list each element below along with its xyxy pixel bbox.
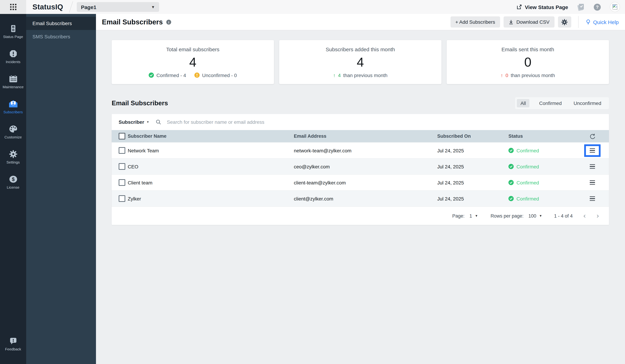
lightbulb-icon bbox=[585, 19, 591, 25]
user-avatar[interactable] bbox=[610, 2, 620, 12]
sidebar-item-subscribers[interactable]: Subscribers bbox=[0, 94, 26, 119]
warning-circle-icon bbox=[194, 73, 200, 78]
row-checkbox[interactable] bbox=[119, 195, 125, 202]
stat-card-total: Total email subscribers 4 Confirmed - 4 bbox=[112, 40, 274, 84]
download-csv-button[interactable]: Download CSV bbox=[503, 16, 554, 28]
pages-check-icon bbox=[576, 3, 585, 11]
status-filter-tabs: All Confirmed Unconfirmed bbox=[515, 97, 609, 109]
subscriber-email: network-team@zylker.com bbox=[294, 148, 437, 153]
total-subscribers-value: 4 bbox=[189, 55, 196, 70]
filter-tab-unconfirmed[interactable]: Unconfirmed bbox=[571, 99, 603, 107]
subscribed-on: Jul 24, 2025 bbox=[437, 148, 508, 153]
topbar: StatusIQ Page1 ▼ View Status Page bbox=[0, 0, 625, 14]
check-circle-icon bbox=[508, 148, 514, 153]
quick-help-link[interactable]: Quick Help bbox=[578, 16, 619, 28]
row-checkbox[interactable] bbox=[119, 147, 125, 154]
subnav-item-sms-subscribers[interactable]: SMS Subscribers bbox=[26, 30, 96, 43]
sidebar-item-license[interactable]: $ License bbox=[0, 169, 26, 195]
svg-text:?: ? bbox=[596, 4, 599, 10]
settings-gear-icon bbox=[9, 150, 17, 158]
row-checkbox[interactable] bbox=[119, 179, 125, 186]
row-menu-button[interactable] bbox=[584, 144, 601, 157]
content-area: Total email subscribers 4 Confirmed - 4 bbox=[96, 30, 625, 364]
chevron-down-icon: ▼ bbox=[539, 214, 542, 217]
table-row[interactable]: CEO ceo@zylker.com Jul 24, 2025 Confirme… bbox=[112, 158, 609, 174]
select-all-checkbox[interactable] bbox=[119, 133, 125, 140]
previous-page-button[interactable]: ‹ bbox=[583, 212, 586, 219]
status-page-icon bbox=[9, 24, 17, 33]
maintenance-calendar-icon bbox=[8, 74, 18, 83]
table-row[interactable]: Network Team network-team@zylker.com Jul… bbox=[112, 142, 609, 158]
table-row[interactable]: Zylker client@zylker.com Jul 24, 2025 Co… bbox=[112, 190, 609, 206]
page-title: Email Subscribers bbox=[102, 18, 163, 26]
search-field-dropdown[interactable]: Subscriber ▾ bbox=[119, 119, 149, 125]
refresh-button[interactable] bbox=[576, 133, 609, 139]
up-arrow-icon: ↑ bbox=[500, 72, 503, 78]
page-selector-dropdown[interactable]: Page1 ▼ bbox=[77, 2, 159, 12]
view-status-page-link[interactable]: View Status Page bbox=[516, 4, 568, 10]
sidebar-item-status-page[interactable]: Status Page bbox=[0, 19, 26, 44]
subscriber-name: Client team bbox=[128, 180, 294, 185]
subscriber-name: CEO bbox=[128, 164, 294, 169]
sidebar-item-settings[interactable]: Settings bbox=[0, 144, 26, 169]
page-number-dropdown[interactable]: 1 ▼ bbox=[469, 213, 478, 219]
stat-card-emails-sent: Emails sent this month 0 ↑ 0 than previo… bbox=[447, 40, 609, 84]
statusiq-app: StatusIQ Page1 ▼ View Status Page bbox=[0, 0, 625, 364]
whats-new-button[interactable] bbox=[576, 3, 585, 11]
status-badge: Confirmed bbox=[508, 196, 576, 201]
search-input[interactable] bbox=[166, 119, 602, 125]
download-icon bbox=[508, 19, 513, 25]
row-menu-button[interactable] bbox=[587, 194, 598, 203]
row-menu-button[interactable] bbox=[587, 162, 598, 171]
status-badge: Confirmed bbox=[508, 148, 576, 153]
subscribers-envelope-icon bbox=[8, 100, 18, 108]
brand-divider bbox=[69, 1, 73, 13]
refresh-icon bbox=[589, 133, 595, 139]
topbar-right: View Status Page ? bbox=[516, 2, 625, 12]
unconfirmed-count: Unconfirmed - 0 bbox=[194, 72, 237, 78]
gear-icon bbox=[561, 19, 568, 25]
main-panel: Email Subscribers i + Add Subscribers bbox=[96, 14, 625, 364]
check-circle-icon bbox=[149, 73, 154, 78]
help-button[interactable]: ? bbox=[593, 3, 601, 11]
up-arrow-icon: ↑ bbox=[333, 72, 336, 78]
next-page-button[interactable]: › bbox=[596, 212, 599, 219]
pagination-range: 1 - 4 of 4 bbox=[554, 213, 573, 219]
apps-grid-icon bbox=[10, 4, 16, 10]
table-row[interactable]: Client team client-team@zylker.com Jul 2… bbox=[112, 174, 609, 190]
row-checkbox[interactable] bbox=[119, 163, 125, 170]
license-dollar-icon: $ bbox=[8, 175, 18, 183]
rows-per-page-label: Rows per page: bbox=[491, 213, 524, 219]
subscriber-email: ceo@zylker.com bbox=[294, 164, 437, 169]
rows-per-page-dropdown[interactable]: 100 ▼ bbox=[529, 213, 542, 219]
subscribed-on: Jul 24, 2025 bbox=[437, 196, 508, 201]
table-settings-button[interactable] bbox=[558, 16, 571, 28]
check-circle-icon bbox=[508, 164, 514, 169]
sidebar-item-feedback[interactable]: Feedback bbox=[0, 331, 26, 356]
secondary-sidebar: Email Subscribers SMS Subscribers bbox=[26, 14, 96, 364]
subscriber-name: Zylker bbox=[128, 196, 294, 201]
search-icon bbox=[156, 119, 161, 125]
apps-grid-button[interactable] bbox=[0, 0, 26, 14]
pagination-bar: Page: 1 ▼ Rows per page: 100 ▼ 1 - 4 of … bbox=[112, 206, 609, 225]
stat-card-added-month: Subscribers added this month 4 ↑ 4 than … bbox=[279, 40, 441, 84]
row-menu-button[interactable] bbox=[587, 178, 598, 187]
table-header-row: Subscriber Name Email Address Subscribed… bbox=[112, 130, 609, 142]
info-icon[interactable]: i bbox=[166, 19, 171, 25]
filter-tab-all[interactable]: All bbox=[517, 99, 529, 107]
svg-text:$: $ bbox=[12, 176, 14, 182]
sidebar-item-customize[interactable]: Customize bbox=[0, 119, 26, 144]
chevron-down-icon: ▼ bbox=[151, 5, 155, 9]
subscriber-email: client@zylker.com bbox=[294, 196, 437, 201]
section-title: Email Subscribers bbox=[112, 99, 168, 107]
sidebar-item-maintenance[interactable]: Maintenance bbox=[0, 69, 26, 94]
confirmed-count: Confirmed - 4 bbox=[149, 72, 186, 78]
status-badge: Confirmed bbox=[508, 164, 576, 169]
subnav-item-email-subscribers[interactable]: Email Subscribers bbox=[26, 17, 96, 30]
add-subscribers-button[interactable]: + Add Subscribers bbox=[450, 16, 500, 28]
page-header: Email Subscribers i + Add Subscribers bbox=[96, 14, 625, 30]
subscriber-email: client-team@zylker.com bbox=[294, 180, 437, 185]
incidents-icon bbox=[9, 49, 17, 58]
sidebar-item-incidents[interactable]: Incidents bbox=[0, 44, 26, 69]
filter-tab-confirmed[interactable]: Confirmed bbox=[537, 99, 564, 107]
